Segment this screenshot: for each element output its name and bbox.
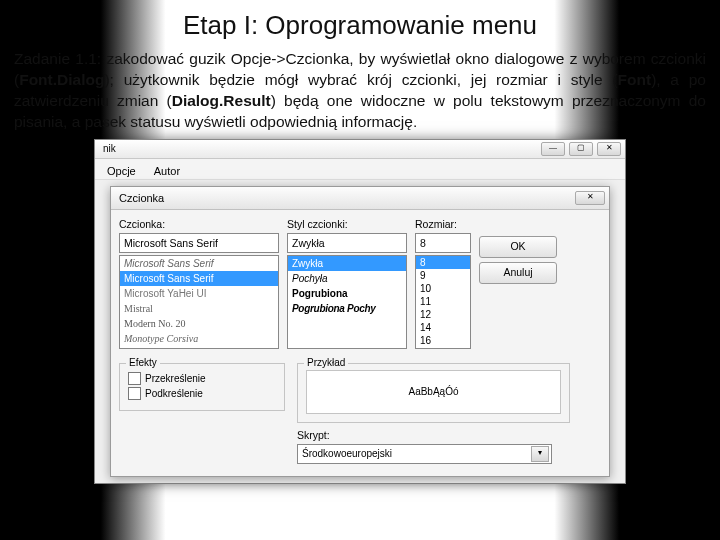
menu-opcje[interactable]: Opcje [101, 163, 142, 179]
sample-group: Przykład AaBbĄąÓó [297, 363, 570, 423]
list-item[interactable]: 10 [416, 282, 470, 295]
parent-window-title: nik [99, 143, 116, 154]
font-label: Czcionka: [119, 218, 279, 230]
bold-font: Font [618, 71, 652, 88]
font-listbox[interactable]: Microsoft Sans Serif Microsoft Sans Seri… [119, 255, 279, 349]
style-label: Styl czcionki: [287, 218, 407, 230]
ok-button[interactable]: OK [479, 236, 557, 258]
size-label: Rozmiar: [415, 218, 471, 230]
font-dialog: Czcionka ✕ Czcionka: Microsoft Sans Seri… [110, 186, 610, 477]
dialog-titlebar: Czcionka ✕ [111, 187, 609, 210]
list-item[interactable]: Monotype Corsiva [120, 331, 278, 346]
task-paragraph: Zadanie 1.1: zakodować guzik Opcje->Czci… [0, 41, 720, 139]
slide-title: Etap I: Oprogramowanie menu [0, 0, 720, 41]
bold-dialogresult: Dialog.Result [172, 92, 271, 109]
effects-legend: Efekty [126, 357, 160, 368]
checkbox-icon [128, 387, 141, 400]
list-item[interactable]: Pogrubiona Pochy [288, 301, 406, 316]
bold-fontdialog: Font.Dialog [19, 71, 104, 88]
minimize-button[interactable]: — [541, 142, 565, 156]
cancel-button[interactable]: Anuluj [479, 262, 557, 284]
task-text: ); użytkownik będzie mógł wybrać krój cz… [104, 71, 617, 88]
dialog-title: Czcionka [119, 192, 164, 204]
list-item[interactable]: Modern No. 20 [120, 316, 278, 331]
list-item[interactable]: 11 [416, 295, 470, 308]
script-label: Skrypt: [297, 429, 552, 441]
effects-group: Efekty Przekreślenie Podkreślenie [119, 363, 285, 411]
script-combobox[interactable]: Środkowoeuropejski ▾ [297, 444, 552, 464]
sample-legend: Przykład [304, 357, 348, 368]
list-item[interactable]: Pogrubiona [288, 286, 406, 301]
maximize-button[interactable]: ▢ [569, 142, 593, 156]
underline-label: Podkreślenie [145, 388, 203, 399]
chevron-down-icon: ▾ [531, 446, 549, 462]
font-input[interactable]: Microsoft Sans Serif [119, 233, 279, 253]
list-item[interactable]: Mistral [120, 301, 278, 316]
script-section: Skrypt: Środkowoeuropejski ▾ [297, 429, 552, 464]
style-input[interactable]: Zwykła [287, 233, 407, 253]
strikeout-label: Przekreślenie [145, 373, 206, 384]
sample-text: AaBbĄąÓó [306, 370, 561, 414]
list-item[interactable]: Microsoft Sans Serif [120, 271, 278, 286]
strikeout-checkbox[interactable]: Przekreślenie [128, 372, 276, 385]
close-button[interactable]: ✕ [597, 142, 621, 156]
size-listbox[interactable]: 8 9 10 11 12 14 16 [415, 255, 471, 349]
script-value: Środkowoeuropejski [302, 448, 392, 459]
style-listbox[interactable]: Zwykła Pochyła Pogrubiona Pogrubiona Poc… [287, 255, 407, 349]
menu-autor[interactable]: Autor [148, 163, 186, 179]
list-item[interactable]: 16 [416, 334, 470, 347]
list-item[interactable]: Zwykła [288, 256, 406, 271]
checkbox-icon [128, 372, 141, 385]
parent-window-body: Czcionka ✕ Czcionka: Microsoft Sans Seri… [95, 180, 625, 483]
list-item[interactable]: 12 [416, 308, 470, 321]
size-input[interactable]: 8 [415, 233, 471, 253]
list-item[interactable]: 14 [416, 321, 470, 334]
list-item[interactable]: Pochyła [288, 271, 406, 286]
list-item[interactable]: 8 [416, 256, 470, 269]
menu-bar: Opcje Autor [95, 159, 625, 180]
list-item[interactable]: Microsoft YaHei UI [120, 286, 278, 301]
underline-checkbox[interactable]: Podkreślenie [128, 387, 276, 400]
parent-window: nik — ▢ ✕ Opcje Autor Czcionka ✕ Czcionk… [94, 139, 626, 484]
list-item[interactable]: 9 [416, 269, 470, 282]
parent-window-titlebar: nik — ▢ ✕ [95, 140, 625, 159]
list-item[interactable]: Microsoft Sans Serif [120, 256, 278, 271]
dialog-close-button[interactable]: ✕ [575, 191, 605, 205]
